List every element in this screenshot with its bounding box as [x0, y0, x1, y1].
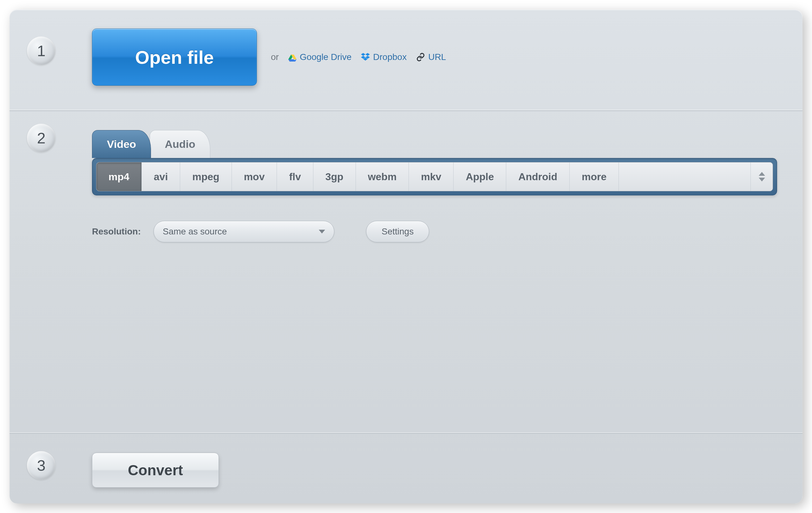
format-tabs: Video Audio mp4 avi mpeg mov flv 3gp web… [92, 130, 777, 195]
format-avi[interactable]: avi [142, 163, 180, 191]
tab-video[interactable]: Video [92, 130, 151, 158]
format-apple[interactable]: Apple [454, 163, 506, 191]
url-link[interactable]: URL [416, 52, 446, 62]
settings-button[interactable]: Settings [366, 221, 429, 243]
convert-button[interactable]: Convert [92, 453, 219, 488]
dropbox-icon [361, 53, 370, 61]
google-drive-link[interactable]: Google Drive [288, 52, 351, 62]
open-row: Open file or Google Drive Dropbox URL [92, 29, 777, 86]
link-icon [416, 53, 425, 61]
format-3gp[interactable]: 3gp [313, 163, 356, 191]
dropbox-link[interactable]: Dropbox [361, 52, 407, 62]
resolution-value: Same as source [163, 227, 227, 237]
caret-down-icon [319, 230, 325, 233]
format-flv[interactable]: flv [277, 163, 313, 191]
or-label: or [271, 52, 279, 62]
svg-marker-3 [288, 59, 295, 61]
format-more[interactable]: more [570, 163, 619, 191]
chevron-up-icon [759, 172, 765, 176]
resolution-label: Resolution: [92, 227, 141, 237]
step-open-file: 1 Open file or Google Drive Dropbox U [9, 9, 803, 111]
url-label: URL [428, 52, 446, 62]
resolution-select[interactable]: Same as source [153, 221, 334, 243]
svg-marker-4 [361, 53, 366, 56]
format-mkv[interactable]: mkv [409, 163, 454, 191]
format-bar: mp4 avi mpeg mov flv 3gp webm mkv Apple … [92, 158, 777, 195]
dropbox-label: Dropbox [373, 52, 407, 62]
format-mpeg[interactable]: mpeg [180, 163, 232, 191]
step-number-1: 1 [27, 36, 56, 65]
resolution-row: Resolution: Same as source Settings [92, 221, 777, 243]
format-mp4[interactable]: mp4 [96, 163, 142, 191]
format-android[interactable]: Android [506, 163, 570, 191]
svg-marker-5 [366, 53, 370, 56]
tab-audio[interactable]: Audio [150, 130, 210, 158]
step-format: 2 Video Audio mp4 avi mpeg mov flv 3gp w… [9, 111, 803, 434]
format-webm[interactable]: webm [356, 163, 409, 191]
google-drive-icon [288, 54, 296, 61]
format-list: mp4 avi mpeg mov flv 3gp webm mkv Apple … [96, 162, 773, 191]
converter-panel: 1 Open file or Google Drive Dropbox U [9, 9, 803, 504]
step-number-2: 2 [27, 124, 56, 152]
chevron-down-icon [759, 178, 765, 181]
format-spacer [619, 163, 751, 191]
step-number-3: 3 [27, 451, 56, 480]
step-convert: 3 Convert [9, 434, 803, 504]
google-drive-label: Google Drive [300, 52, 351, 62]
open-file-button[interactable]: Open file [92, 29, 257, 86]
format-scroll-stepper[interactable] [751, 163, 773, 191]
format-mov[interactable]: mov [232, 163, 277, 191]
